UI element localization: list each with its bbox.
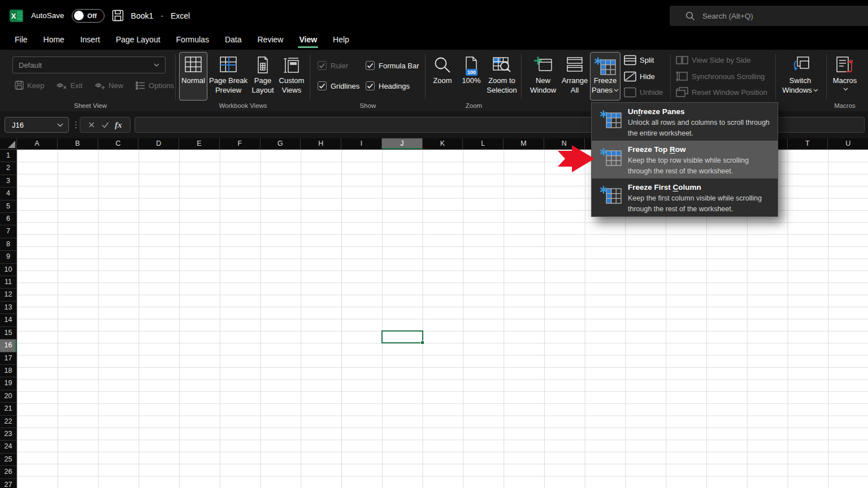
checkbox-ruler[interactable]: Ruler [318, 60, 348, 71]
search-box[interactable]: Search (Alt+Q) [670, 6, 868, 26]
row-header-27[interactable]: 27 [0, 479, 16, 488]
zoom-to-selection-button[interactable]: Zoom to Selection [484, 52, 520, 101]
row-header-8[interactable]: 8 [0, 238, 16, 251]
row-header-15[interactable]: 15 [0, 327, 16, 339]
arrange-all-button[interactable]: Arrange All [559, 52, 590, 101]
normal-view-button[interactable]: Normal [179, 52, 207, 101]
freeze-panes-menu: Unfreeze PanesUnlock all rows and column… [591, 102, 778, 217]
column-header-L[interactable]: L [463, 138, 504, 149]
reset-window-position-button[interactable]: Reset Window Position [676, 85, 767, 99]
row-header-16[interactable]: 16 [0, 339, 16, 352]
zoom-100-button[interactable]: 100 100% [458, 52, 485, 101]
tab-help[interactable]: Help [325, 31, 357, 50]
tab-data[interactable]: Data [217, 31, 250, 50]
column-header-U[interactable]: U [828, 138, 868, 149]
hide-button[interactable]: Hide [624, 69, 655, 83]
checkbox-icon [318, 61, 327, 70]
exit-sheet-view-button[interactable]: Exit [57, 81, 83, 90]
switch-windows-button[interactable]: Switch Windows [781, 52, 819, 101]
tab-file[interactable]: File [7, 31, 36, 50]
column-header-M[interactable]: M [504, 138, 544, 149]
active-cell-J16[interactable] [381, 330, 423, 343]
row-header-22[interactable]: 22 [0, 416, 16, 428]
split-icon [624, 55, 636, 66]
row-header-3[interactable]: 3 [0, 175, 16, 188]
column-header-I[interactable]: I [341, 138, 382, 149]
row-header-23[interactable]: 23 [0, 428, 16, 441]
new-window-button[interactable]: New Window [527, 52, 559, 101]
tab-home[interactable]: Home [36, 31, 72, 50]
group-divider [521, 54, 522, 99]
checkbox-headings[interactable]: Headings [366, 80, 410, 91]
tab-page-layout[interactable]: Page Layout [108, 31, 168, 50]
formula-bar-grip-icon[interactable]: ⋮ [72, 117, 80, 133]
column-header-E[interactable]: E [179, 138, 220, 149]
tab-review[interactable]: Review [250, 31, 292, 50]
row-header-5[interactable]: 5 [0, 201, 16, 213]
zoom-magnifier-icon [434, 56, 451, 76]
row-header-2[interactable]: 2 [0, 162, 16, 175]
page-break-preview-button[interactable]: Page Break Preview [208, 52, 249, 101]
column-header-K[interactable]: K [423, 138, 463, 149]
freeze-panes-button[interactable]: Freeze Panes [590, 52, 620, 101]
column-header-B[interactable]: B [58, 138, 98, 149]
split-button[interactable]: Split [624, 53, 654, 67]
keep-sheet-view-button[interactable]: Keep [15, 81, 44, 90]
tab-insert[interactable]: Insert [72, 31, 108, 50]
row-header-20[interactable]: 20 [0, 390, 16, 403]
checkbox-formula-bar[interactable]: Formula Bar [366, 60, 419, 71]
column-header-H[interactable]: H [301, 138, 341, 149]
unhide-button[interactable]: Unhide [624, 85, 663, 99]
row-header-26[interactable]: 26 [0, 466, 16, 478]
tab-formulas[interactable]: Formulas [168, 31, 217, 50]
row-header-24[interactable]: 24 [0, 441, 16, 453]
macros-button[interactable]: Macros [828, 52, 861, 101]
fill-handle[interactable] [420, 341, 424, 345]
row-header-19[interactable]: 19 [0, 377, 16, 390]
row-header-12[interactable]: 12 [0, 289, 16, 301]
row-header-18[interactable]: 18 [0, 365, 16, 377]
tab-view[interactable]: View [291, 31, 325, 50]
column-header-J[interactable]: J [382, 138, 423, 149]
freeze-top-row-icon [600, 145, 628, 169]
cancel-icon[interactable] [88, 121, 95, 128]
column-header-A[interactable]: A [17, 138, 58, 149]
enter-check-icon[interactable] [101, 121, 109, 128]
column-header-T[interactable]: T [788, 138, 828, 149]
row-header-14[interactable]: 14 [0, 314, 16, 326]
svg-text:X: X [11, 12, 16, 20]
save-icon[interactable] [112, 10, 124, 21]
row-header-6[interactable]: 6 [0, 213, 16, 225]
checkbox-gridlines[interactable]: Gridlines [318, 80, 359, 91]
row-header-21[interactable]: 21 [0, 403, 16, 415]
row-header-11[interactable]: 11 [0, 276, 16, 289]
arrange-all-label: Arrange All [560, 76, 589, 95]
custom-views-button[interactable]: Custom Views [277, 52, 306, 101]
column-header-F[interactable]: F [220, 138, 261, 149]
new-sheet-view-button[interactable]: New [95, 81, 123, 90]
column-header-D[interactable]: D [138, 138, 179, 149]
menu-item-freeze-top-row[interactable]: Freeze Top RowKeep the top row visible w… [592, 141, 778, 178]
options-button[interactable]: Options [136, 81, 174, 90]
autosave-toggle[interactable]: Off [72, 9, 105, 23]
name-box[interactable]: J16 [5, 117, 69, 133]
view-side-by-side-button[interactable]: View Side by Side [676, 53, 751, 67]
insert-function-button[interactable]: fx [115, 120, 122, 130]
row-header-13[interactable]: 13 [0, 302, 16, 314]
page-layout-button[interactable]: Page Layout [249, 52, 277, 101]
synchronous-scrolling-button[interactable]: Synchronous Scrolling [676, 69, 765, 83]
row-header-7[interactable]: 7 [0, 225, 16, 238]
select-all-button[interactable] [0, 138, 17, 150]
column-header-G[interactable]: G [261, 138, 301, 149]
zoom-button[interactable]: Zoom [428, 52, 457, 101]
row-header-17[interactable]: 17 [0, 352, 16, 365]
row-header-25[interactable]: 25 [0, 454, 16, 466]
column-header-C[interactable]: C [98, 138, 139, 149]
row-header-1[interactable]: 1 [0, 150, 16, 162]
row-header-9[interactable]: 9 [0, 251, 16, 263]
row-header-4[interactable]: 4 [0, 188, 16, 200]
sheet-view-selector[interactable]: Default [12, 56, 166, 73]
menu-item-unfreeze-panes[interactable]: Unfreeze PanesUnlock all rows and column… [592, 103, 778, 141]
row-header-10[interactable]: 10 [0, 264, 16, 276]
menu-item-freeze-first-column[interactable]: Freeze First ColumnKeep the first column… [592, 178, 778, 216]
